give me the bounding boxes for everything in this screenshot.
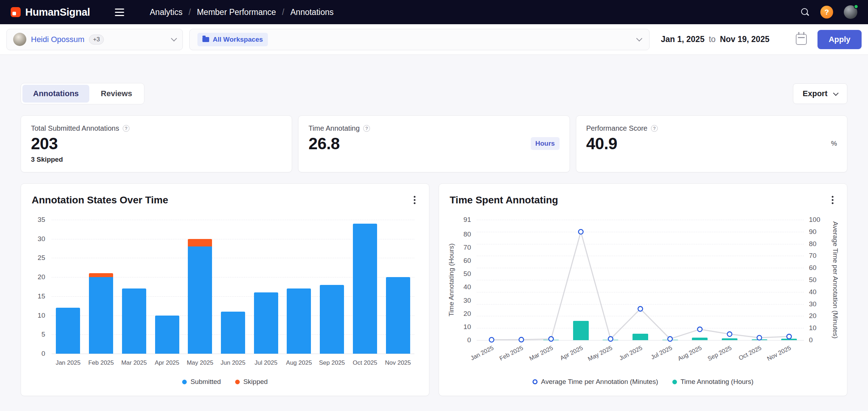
left-axis-tick: 20 [455, 310, 471, 318]
legend-dot [235, 380, 240, 384]
x-axis-label: Jan 2025 [55, 359, 80, 366]
legend-item-skipped[interactable]: Skipped [235, 378, 268, 386]
chart-title: Annotation States Over Time [32, 194, 168, 206]
line-marker-mar-2025 [549, 337, 554, 341]
stat-value: 40.9 [586, 134, 618, 153]
bar-sep-2025[interactable] [320, 285, 344, 354]
bar-mar-2025[interactable] [122, 288, 146, 354]
breadcrumb-annotations[interactable]: Annotations [290, 7, 333, 17]
skipped-footnote: 3 Skipped [31, 156, 282, 163]
export-label: Export [803, 89, 827, 98]
right-axis-tick: 70 [809, 252, 824, 260]
bar-may-2025[interactable] [188, 239, 212, 354]
member-select[interactable]: Heidi Opossum +3 [6, 29, 183, 50]
x-axis-label: Apr 2025 [559, 344, 584, 362]
x-axis-label: Feb 2025 [498, 344, 524, 362]
breadcrumb-separator: / [282, 7, 284, 17]
breadcrumb: Analytics / Member Performance / Annotat… [150, 7, 334, 17]
chart-options-menu[interactable] [829, 193, 836, 207]
x-axis-label: Jun 2025 [618, 344, 644, 362]
line-marker-jan-2025 [489, 337, 494, 342]
x-axis-label: Sep 2025 [706, 344, 733, 363]
x-axis-label: Jul 2025 [650, 344, 673, 361]
bar-segment-submitted [188, 246, 212, 354]
bar-jul-2025[interactable] [254, 292, 278, 354]
export-button[interactable]: Export [793, 83, 847, 104]
brand[interactable]: HumanSignal [11, 6, 90, 18]
date-from: Jan 1, 2025 [661, 35, 705, 44]
bar-apr-2025[interactable] [155, 316, 179, 354]
tab-reviews[interactable]: Reviews [90, 85, 143, 103]
apply-button[interactable]: Apply [817, 30, 862, 49]
info-icon[interactable] [363, 125, 370, 132]
right-axis-tick: 90 [809, 228, 824, 236]
member-name: Heidi Opossum [31, 35, 84, 44]
help-button[interactable] [820, 6, 833, 19]
line-marker-sep-2025 [727, 332, 732, 337]
bar-chart-plot [52, 220, 414, 354]
bar-jan-2025[interactable] [56, 308, 80, 354]
chevron-down-icon [636, 35, 642, 41]
info-icon[interactable] [123, 125, 129, 132]
y-axis-tick: 5 [32, 331, 45, 338]
y-axis-tick: 35 [32, 216, 45, 224]
stat-value: 203 [31, 134, 58, 153]
right-axis-tick: 30 [809, 300, 824, 308]
x-axis-label: Oct 2025 [737, 344, 763, 362]
y-axis-tick: 10 [32, 312, 45, 319]
search-icon[interactable] [800, 7, 810, 17]
legend-label: Skipped [243, 378, 268, 386]
bar-segment-submitted [56, 308, 80, 354]
info-icon[interactable] [651, 125, 658, 132]
workspace-select[interactable]: All Workspaces [189, 29, 650, 50]
tab-annotations[interactable]: Annotations [22, 85, 89, 103]
left-axis-tick: 91 [455, 216, 471, 224]
legend-item-average-time-per-annotation-minutes[interactable]: Average Time per Annotation (Minutes) [533, 378, 658, 386]
stat-label: Performance Score [586, 124, 647, 132]
right-axis-title: Average Time per Annotation (Minutes) [831, 221, 839, 338]
bar-nov-2025[interactable] [386, 277, 410, 354]
legend-label: Average Time per Annotation (Minutes) [541, 378, 658, 386]
right-axis-tick: 10 [809, 324, 824, 332]
legend-item-time-annotating-hours[interactable]: Time Annotating (Hours) [672, 378, 753, 386]
tabs-row: Annotations Reviews Export [21, 83, 847, 104]
x-axis-label: Feb 2025 [88, 359, 114, 366]
bar-aug-2025[interactable] [287, 288, 311, 354]
breadcrumb-separator: / [189, 7, 191, 17]
breadcrumb-member-performance[interactable]: Member Performance [197, 7, 276, 17]
right-axis-tick: 80 [809, 240, 824, 248]
breadcrumb-analytics[interactable]: Analytics [150, 7, 182, 17]
date-range-picker[interactable]: Jan 1, 2025 to Nov 19, 2025 [650, 34, 807, 45]
member-extra-count-badge: +3 [89, 35, 104, 45]
stats-row: Total Submitted Annotations 203 3 Skippe… [21, 115, 847, 172]
legend-dot [672, 380, 677, 384]
x-axis-label: Mar 2025 [528, 344, 554, 362]
x-axis-label: Mar 2025 [121, 359, 147, 366]
hamburger-menu-button[interactable] [113, 6, 126, 18]
x-axis-label: Jun 2025 [221, 359, 245, 366]
x-axis-label: Nov 2025 [766, 344, 792, 363]
page: HumanSignal Analytics / Member Performan… [0, 0, 868, 411]
right-axis-tick: 0 [809, 336, 824, 344]
workspace-chip[interactable]: All Workspaces [197, 33, 268, 46]
right-axis-tick: 40 [809, 288, 824, 296]
bar-segment-submitted [320, 285, 344, 354]
user-avatar[interactable] [844, 5, 857, 19]
right-axis-tick: 60 [809, 264, 824, 272]
chart-title: Time Spent Annotating [450, 194, 558, 206]
x-axis-label: May 2025 [587, 344, 614, 363]
chart-legend: Average Time per Annotation (Minutes)Tim… [439, 378, 847, 386]
chevron-down-icon [833, 90, 839, 96]
left-axis-tick: 70 [455, 244, 471, 251]
bar-segment-submitted [386, 277, 410, 354]
legend-item-submitted[interactable]: Submitted [182, 378, 221, 386]
chart-options-menu[interactable] [411, 193, 418, 207]
stat-card-performance-score: Performance Score 40.9 % [576, 115, 847, 172]
charts-row: Annotation States Over Time 051015202530… [21, 183, 847, 396]
line-marker-jul-2025 [668, 337, 672, 341]
bar-jun-2025[interactable] [221, 312, 245, 354]
stat-label: Time Annotating [308, 124, 360, 132]
calendar-icon[interactable] [796, 34, 807, 45]
bar-oct-2025[interactable] [353, 224, 377, 354]
bar-feb-2025[interactable] [89, 273, 113, 354]
